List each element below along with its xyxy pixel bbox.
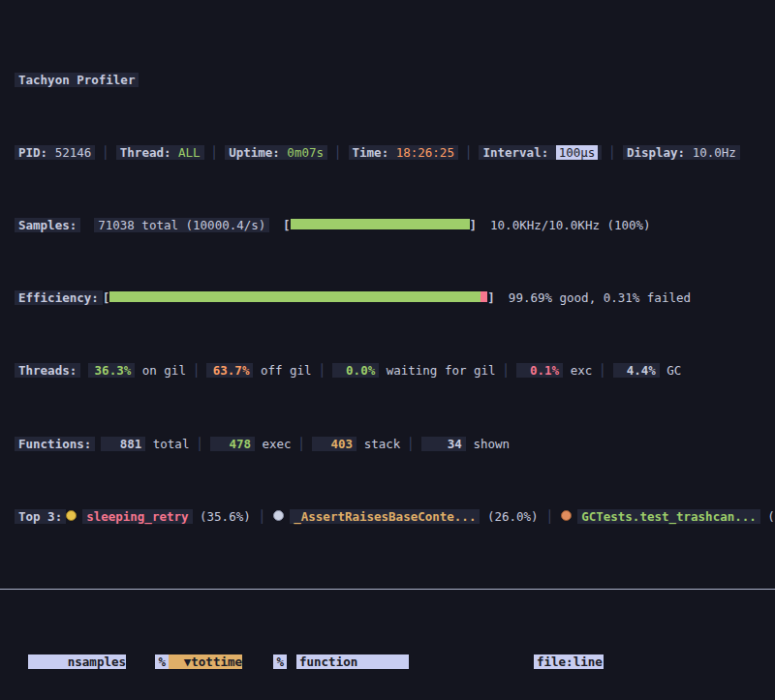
table-header: nsamples % ▼tottime % function file:line xyxy=(15,655,769,670)
bracket-open: [ xyxy=(103,290,110,305)
function-stat: 478 exec xyxy=(189,437,291,451)
status-group: Uptime: 0m07s xyxy=(204,145,327,160)
top3-percentage: (14.1%) xyxy=(767,509,775,524)
top3-percentage: (26.0%) xyxy=(487,509,539,524)
header-separator xyxy=(0,582,775,597)
top3-line: Top 3: sleeping_retry (35.6%)_AssertRais… xyxy=(15,509,775,524)
status-label: Time: xyxy=(353,145,389,160)
status-value: 18:26:25 xyxy=(396,145,454,160)
title-line: Tachyon Profiler xyxy=(15,73,775,87)
function-stat: 34 shown xyxy=(400,437,510,451)
function-stat: 881 total xyxy=(101,437,189,451)
bracket-close: ] xyxy=(487,290,495,305)
column-header-file-line[interactable]: file:line xyxy=(534,654,769,669)
threads-label: Threads: xyxy=(15,363,80,378)
efficiency-failed-segment xyxy=(480,291,488,302)
function-stat-value: 881 xyxy=(101,437,145,451)
samples-bar-group: [ ] 10.0KHz/10.0KHz (100%) xyxy=(283,218,651,232)
thread-stat-label: off gil xyxy=(261,363,312,378)
bracket-close: ] xyxy=(470,218,478,232)
functions-label: Functions: xyxy=(15,437,95,451)
function-stat-value: 34 xyxy=(421,437,466,451)
status-value: ALL xyxy=(178,145,201,160)
column-header-nsamples[interactable]: nsamples xyxy=(28,654,126,669)
medal-icon xyxy=(66,510,77,521)
threads-line: Threads: 36.3% on gil63.7% off gil0.0% w… xyxy=(15,363,775,378)
top3-item[interactable]: _AssertRaisesBaseConte... (26.0%) xyxy=(251,509,539,524)
top3-function-name: sleeping_retry xyxy=(82,509,192,524)
top3-item[interactable]: GCTests.test_trashcan... (14.1%) xyxy=(539,509,775,524)
efficiency-line: Efficiency:[]99.69% good, 0.31% failed xyxy=(15,290,775,305)
function-stat-label: exec xyxy=(263,437,292,451)
function-stat: 403 stack xyxy=(292,437,401,451)
top3-label: Top 3: xyxy=(15,509,66,524)
thread-stat-label: on gil xyxy=(142,363,186,378)
status-value: 100µs xyxy=(556,145,599,160)
thread-stat-value: 0.0% xyxy=(332,363,379,378)
column-header-pct-cumulative[interactable]: % xyxy=(242,654,287,669)
efficiency-good-segment xyxy=(109,291,480,302)
efficiency-result: 99.69% good, 0.31% failed xyxy=(509,290,691,305)
top3-item[interactable]: sleeping_retry (35.6%) xyxy=(66,509,251,524)
thread-stat: 0.0% waiting for gil xyxy=(312,363,496,378)
status-group: Display: 10.0Hz xyxy=(602,145,739,160)
thread-stat: 4.4% GC xyxy=(592,363,681,378)
status-group: Time: 18:26:25 xyxy=(327,145,458,160)
function-stat-value: 403 xyxy=(312,437,356,451)
thread-stat: 36.3% on gil xyxy=(88,363,186,378)
status-line: PID: 52146Thread: ALLUptime: 0m07sTime: … xyxy=(15,145,775,160)
status-value: 10.0Hz xyxy=(693,145,736,160)
thread-stat: 63.7% off gil xyxy=(186,363,312,378)
thread-stat-value: 4.4% xyxy=(613,363,660,378)
efficiency-progress-bar xyxy=(109,291,487,302)
thread-stat-value: 36.3% xyxy=(88,363,135,378)
status-label: PID: xyxy=(18,145,47,160)
thread-stat-label: exc xyxy=(571,363,593,378)
top3-function-name: _AssertRaisesBaseConte... xyxy=(290,509,480,524)
status-group: Interval: 100µs xyxy=(458,145,602,160)
bracket-open: [ xyxy=(283,218,291,232)
status-value: 52146 xyxy=(55,145,92,160)
medal-icon xyxy=(273,510,284,521)
samples-total: 71038 total (10000.4/s) xyxy=(94,218,269,232)
medal-icon xyxy=(561,510,572,521)
samples-rate: 10.0KHz/10.0KHz (100%) xyxy=(490,218,651,232)
function-stat-label: total xyxy=(153,437,190,451)
functions-line: Functions: 881 total478 exec403 stack34 … xyxy=(15,436,775,450)
column-header-pct-direct[interactable]: % xyxy=(126,654,169,669)
function-stat-label: shown xyxy=(473,437,510,451)
thread-stat-value: 0.1% xyxy=(516,363,563,378)
efficiency-label: Efficiency: xyxy=(15,290,103,305)
status-value: 0m07s xyxy=(287,145,324,160)
status-group: PID: 52146 xyxy=(15,145,95,160)
column-header-tottime-sorted[interactable]: ▼tottime xyxy=(169,654,242,669)
top3-function-name: GCTests.test_trashcan... xyxy=(577,509,760,524)
separator-line xyxy=(0,589,775,590)
profiler-screen: Tachyon Profiler PID: 52146Thread: ALLUp… xyxy=(0,0,775,700)
app-title: Tachyon Profiler xyxy=(15,73,139,87)
samples-progress-bar xyxy=(291,219,470,229)
samples-label: Samples: xyxy=(15,218,80,232)
thread-stat-label: waiting for gil xyxy=(387,363,496,378)
status-label: Display: xyxy=(627,145,685,160)
thread-stat-value: 63.7% xyxy=(206,363,253,378)
thread-stat-label: GC xyxy=(666,363,681,378)
status-label: Interval: xyxy=(482,145,548,160)
thread-stat: 0.1% exc xyxy=(496,363,593,378)
column-header-function[interactable]: function xyxy=(296,654,534,669)
status-label: Thread: xyxy=(120,145,171,160)
status-label: Uptime: xyxy=(229,145,280,160)
status-group: Thread: ALL xyxy=(95,145,203,160)
samples-line: Samples: 71038 total (10000.4/s) [ ] 10.… xyxy=(15,218,775,232)
function-stat-label: stack xyxy=(364,437,401,451)
function-stat-value: 478 xyxy=(210,437,255,451)
top3-percentage: (35.6%) xyxy=(200,509,251,524)
